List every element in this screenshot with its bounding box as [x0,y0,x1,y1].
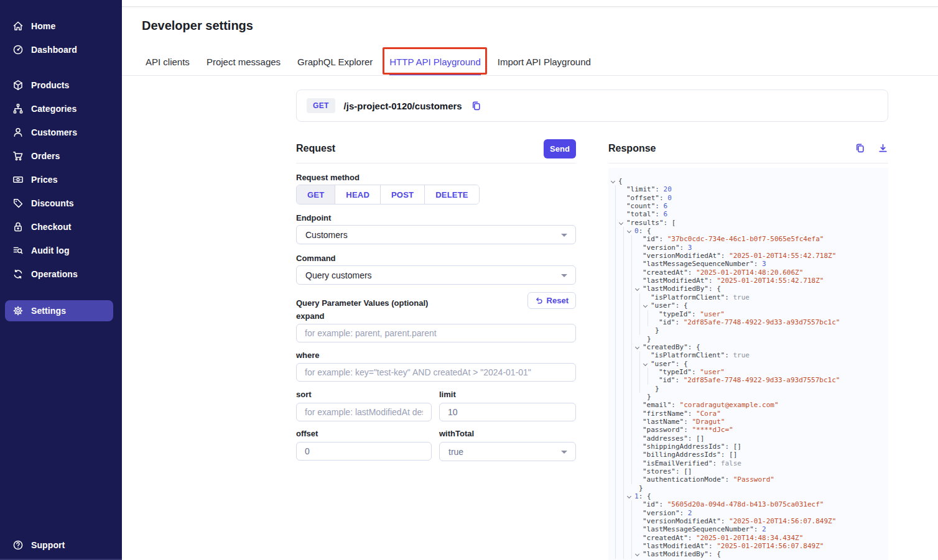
sidebar-item-products[interactable]: Products [0,73,122,97]
limit-input[interactable] [439,403,576,421]
method-get-button[interactable]: GET [297,185,335,204]
sidebar-item-categories[interactable]: Categories [0,97,122,121]
request-divider [296,163,576,163]
sort-input[interactable] [296,403,432,421]
sidebar-item-support[interactable]: Support [0,533,122,557]
sidebar-item-prices[interactable]: Prices [0,168,122,191]
json-line: "version": 3 [608,244,888,252]
indent-guide [623,227,624,235]
sidebar-item-checkout[interactable]: Checkout [0,215,122,239]
offset-label: offset [296,429,318,438]
expand-label: expand [296,311,325,321]
indent-guide [631,360,632,368]
json-line: "versionModifiedAt": "2025-01-20T14:55:4… [608,252,888,260]
where-input[interactable] [296,363,576,382]
indent-guide [631,269,632,277]
response-json-viewer[interactable]: {"limit": 20"offset": 0"count": 6"total"… [608,168,888,560]
indent-guide [631,542,632,550]
indent-guide [631,376,632,384]
expand-input[interactable] [296,324,576,342]
json-line: "typeId": "user" [608,310,888,318]
sidebar-item-label: Categories [31,104,77,114]
sidebar-item-audit-log[interactable]: Audit log [0,239,122,262]
copy-endpoint-button[interactable] [471,101,481,111]
indent-guide [623,459,624,467]
command-select-value: Query customers [305,270,372,280]
indent-guide [615,235,616,243]
indent-guide [631,301,632,310]
indent-guide [615,509,616,517]
json-line: "results": [ [608,219,888,227]
tab-import-api-playground[interactable]: Import API Playground [498,57,591,76]
customers-icon [12,126,24,139]
sidebar-item-label: Checkout [31,222,72,232]
collapse-caret-icon[interactable] [619,221,623,225]
sidebar-item-settings[interactable]: Settings [5,300,113,321]
tab-graphql-explorer[interactable]: GraphQL Explorer [297,57,373,76]
tab-api-clients[interactable]: API clients [146,57,190,76]
copy-response-button[interactable] [855,143,865,154]
collapse-caret-icon[interactable] [643,303,648,308]
indent-guide [631,426,632,434]
offset-input[interactable] [296,442,432,461]
sidebar-item-customers[interactable]: Customers [0,121,122,144]
sidebar: HomeDashboardProductsCategoriesCustomers… [0,0,122,560]
indent-guide [615,219,616,227]
indent-guide [615,318,616,326]
indent-guide [631,410,632,418]
sidebar-item-home[interactable]: Home [0,14,122,38]
send-button[interactable]: Send [544,139,576,158]
request-method-group: GETHEADPOSTDELETE [296,185,480,204]
tab-project-messages[interactable]: Project messages [207,57,281,76]
indent-guide [615,227,616,235]
json-line: "lastModifiedBy": { [608,550,888,558]
collapse-caret-icon[interactable] [627,494,631,498]
collapse-caret-icon[interactable] [635,345,639,349]
method-post-button[interactable]: POST [380,185,424,204]
indent-guide [623,335,624,343]
json-line: "id": "5605d20a-094d-478d-b413-b075ca031… [608,500,888,508]
method-delete-button[interactable]: DELETE [424,185,478,204]
indent-guide [615,410,616,418]
json-line: "versionModifiedAt": "2025-01-20T14:56:0… [608,517,888,525]
chevron-down-icon [561,274,567,277]
indent-guide [639,326,640,334]
endpoint-label: Endpoint [296,213,331,223]
indent-guide [623,509,624,517]
withtotal-select[interactable]: true [439,442,576,461]
command-select[interactable]: Query customers [296,265,576,285]
download-response-button[interactable] [878,143,888,154]
method-head-button[interactable]: HEAD [335,185,380,204]
tab-http-api-playground[interactable]: HTTP API Playground [389,57,480,76]
collapse-caret-icon[interactable] [611,179,615,183]
indent-guide [648,368,648,376]
json-line: "id": "2df85afe-7748-4922-9d33-a93d7557b… [608,376,888,384]
dashboard-icon [12,44,24,56]
sidebar-item-label: Dashboard [31,45,77,55]
endpoint-select[interactable]: Customers [296,225,576,244]
json-line: "createdAt": "2025-01-20T14:48:20.606Z" [608,269,888,277]
collapse-caret-icon[interactable] [635,287,639,291]
sidebar-item-discounts[interactable]: Discounts [0,191,122,215]
indent-guide [615,484,616,492]
indent-guide [623,467,624,475]
sidebar-item-dashboard[interactable]: Dashboard [0,38,122,62]
indent-guide [648,376,648,384]
collapse-caret-icon[interactable] [635,552,639,556]
collapse-caret-icon[interactable] [643,362,648,366]
json-line: "createdBy": { [608,343,888,351]
collapse-caret-icon[interactable] [627,229,631,233]
indent-guide [623,550,624,558]
json-line: } [608,385,888,393]
indent-guide [623,269,624,277]
response-panel: Response [608,139,888,163]
indent-guide [615,426,616,434]
json-line: "lastName": "Dragut" [608,418,888,426]
indent-guide [631,401,632,409]
json-line: "email": "coradragut@example.com" [608,401,888,409]
reset-button[interactable]: Reset [527,292,576,309]
sidebar-item-orders[interactable]: Orders [0,144,122,168]
indent-guide [631,459,632,467]
indent-guide [623,318,624,326]
sidebar-item-operations[interactable]: Operations [0,262,122,286]
